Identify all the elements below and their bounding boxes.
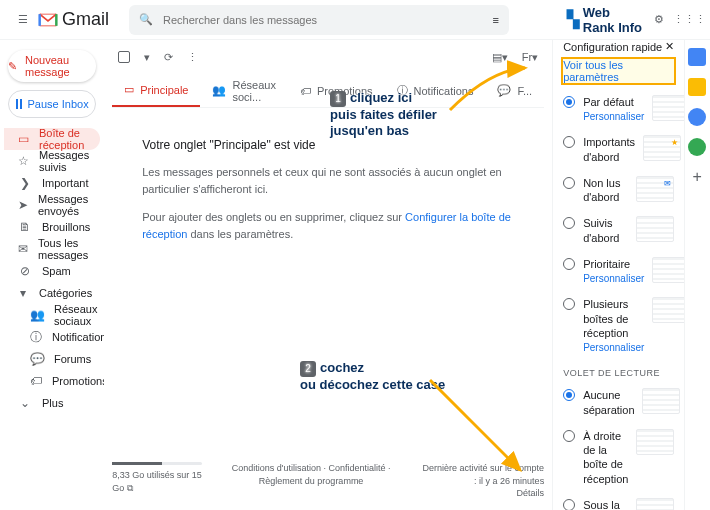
chevron-down-icon: ⌄ [18,396,32,410]
nav-important[interactable]: ❯Important [4,172,100,194]
draft-icon: 🗎 [18,220,32,234]
add-extension-icon[interactable]: + [693,168,702,186]
refresh-icon[interactable]: ⟳ [164,51,173,64]
nav-starred[interactable]: ☆Messages suivis [4,150,100,172]
nav-more[interactable]: ⌄Plus [4,392,100,414]
select-all-checkbox[interactable] [118,51,130,63]
layout-thumb [636,216,674,242]
footer: 8,33 Go utilisés sur 15 Go ⧉ Conditions … [112,456,544,510]
search-options-icon[interactable]: ≡ [493,14,499,26]
nav-forums[interactable]: 💬Forums [4,348,100,370]
empty-desc-2: Pour ajouter des onglets ou en supprimer… [142,209,514,242]
layout-thumb [652,95,683,121]
external-link-icon[interactable]: ⧉ [127,483,133,493]
categories-icon: ▾ [18,286,29,300]
customize-link[interactable]: Personnaliser [583,272,644,285]
tab-primary[interactable]: ▭Principale [112,74,200,107]
calendar-icon[interactable] [688,48,706,66]
layout-thumb [643,135,681,161]
pencil-icon: ✎ [8,60,17,73]
social-icon: 👥 [212,84,226,97]
pane-option-right[interactable]: À droite de la boîte de réception [553,423,683,492]
nav-notifications[interactable]: ⓘNotifications [4,326,100,348]
hamburger-menu[interactable]: ☰ [8,5,38,35]
apps-grid-icon[interactable]: ⋮⋮⋮ [676,7,702,33]
main-content: ▾ ⟳ ⋮ ▤▾ Fr▾ ▭Principale 👥Réseaux soci..… [104,40,552,510]
radio-icon [563,499,575,510]
gmail-logo[interactable]: Gmail [38,9,109,30]
inbox-option-important[interactable]: Importants d'abord [553,129,683,170]
radio-icon [563,389,575,401]
compose-button[interactable]: ✎ Nouveau message [8,50,96,82]
nav-spam[interactable]: ⊘Spam [4,260,100,282]
spam-icon: ⊘ [18,264,32,278]
close-panel-icon[interactable]: ✕ [665,40,674,53]
bell-icon: ⓘ [30,329,42,346]
input-tools-icon[interactable]: Fr▾ [522,51,538,64]
panel-title: Configuration rapide [563,41,662,53]
layout-thumb [642,388,680,414]
pane-option-below[interactable]: Sous la boîte de réception [553,492,683,510]
pane-option-none[interactable]: Aucune séparation [553,382,683,423]
toolbar: ▾ ⟳ ⋮ ▤▾ Fr▾ [112,40,544,74]
customize-link[interactable]: Personnaliser [583,341,644,354]
inbox-option-priority[interactable]: PrioritairePersonnaliser [553,251,683,291]
inbox-option-unread[interactable]: Non lus d'abord [553,170,683,211]
sent-icon: ➤ [18,198,28,212]
details-link[interactable]: Détails [420,487,544,500]
side-panel-rail: + [684,40,710,510]
tab-social[interactable]: 👥Réseaux soci... [200,74,287,107]
sidebar: ✎ Nouveau message Pause Inbox ▭Boîte de … [0,40,104,510]
contacts-icon[interactable] [688,138,706,156]
pause-inbox-button[interactable]: Pause Inbox [8,90,96,118]
info-icon: ⓘ [397,83,408,98]
inbox-option-starred[interactable]: Suivis d'abord [553,210,683,251]
layout-thumb [652,297,683,323]
social-icon: 👥 [30,308,44,322]
nav-social[interactable]: 👥Réseaux sociaux [4,304,100,326]
radio-icon [563,217,575,229]
tasks-icon[interactable] [688,108,706,126]
inbox-option-default[interactable]: Par défautPersonnaliser [553,89,683,129]
search-bar[interactable]: 🔍 ≡ [129,5,509,35]
last-activity: Dernière activité sur le compte : il y a… [420,462,544,487]
layout-thumb [636,429,674,455]
more-actions-icon[interactable]: ⋮ [187,51,198,64]
nav-categories[interactable]: ▾Catégories [4,282,100,304]
layout-thumb [636,176,674,202]
keep-icon[interactable] [688,78,706,96]
nav-sent[interactable]: ➤Messages envoyés [4,194,100,216]
layout-thumb [636,498,674,510]
gmail-wordmark: Gmail [62,9,109,30]
section-reading-pane: VOLET DE LECTURE [553,360,683,382]
search-input[interactable] [163,14,483,26]
radio-icon [563,298,575,310]
footer-terms[interactable]: Conditions d'utilisation · Confidentiali… [226,462,396,487]
radio-icon [563,136,575,148]
forums-icon: 💬 [30,352,44,366]
density-icon[interactable]: ▤▾ [492,51,508,64]
storage-text: 8,33 Go utilisés sur 15 Go [112,470,202,493]
nav-drafts[interactable]: 🗎Brouillons [4,216,100,238]
settings-gear-icon[interactable]: ⚙ [646,7,672,33]
nav-promotions[interactable]: 🏷Promotions [4,370,100,392]
tab-updates[interactable]: ⓘNotifications [385,74,486,107]
inbox-icon: ▭ [124,83,134,96]
tab-promotions[interactable]: 🏷Promotions [288,74,385,107]
empty-desc-1: Les messages personnels et ceux qui ne s… [142,164,514,197]
tab-forums[interactable]: 💬F... [485,74,544,107]
important-icon: ❯ [18,176,32,190]
select-dropdown[interactable]: ▾ [144,51,150,64]
see-all-settings-button[interactable]: Voir tous les paramètres [561,57,675,85]
radio-icon [563,177,575,189]
inbox-option-multiple[interactable]: Plusieurs boîtes de réceptionPersonnalis… [553,291,683,360]
empty-title: Votre onglet "Principale" est vide [142,138,514,152]
inbox-icon: ▭ [18,132,29,146]
radio-icon [563,96,575,108]
layout-thumb [652,257,683,283]
nav-inbox[interactable]: ▭Boîte de réception [4,128,100,150]
tag-icon: 🏷 [30,374,42,388]
nav-all-mail[interactable]: ✉Tous les messages [4,238,100,260]
search-icon: 🔍 [139,13,153,26]
customize-link[interactable]: Personnaliser [583,110,644,123]
